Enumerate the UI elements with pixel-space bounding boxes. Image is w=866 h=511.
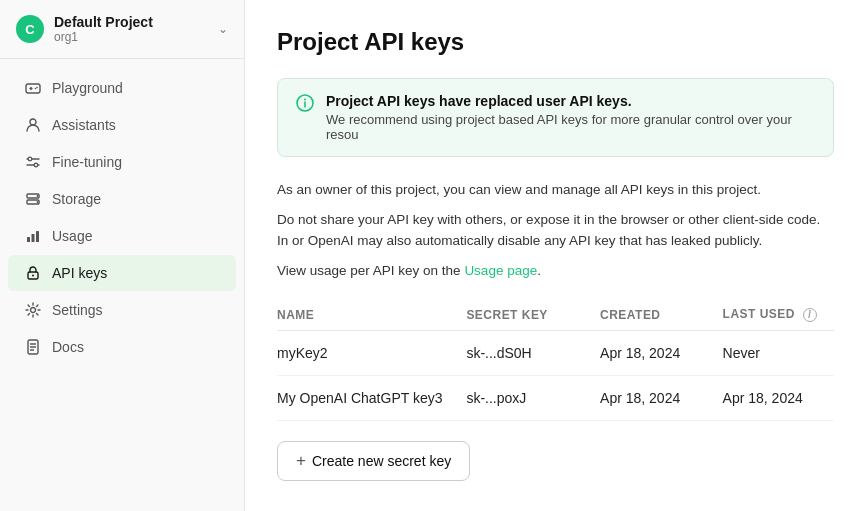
usage-page-link[interactable]: Usage page — [464, 263, 537, 278]
svg-rect-14 — [27, 237, 30, 242]
page-title: Project API keys — [277, 28, 834, 56]
create-secret-key-button[interactable]: + Create new secret key — [277, 441, 470, 481]
banner-title: Project API keys have replaced user API … — [326, 93, 815, 109]
sidebar-item-label: Storage — [52, 191, 101, 207]
sidebar-item-assistants[interactable]: Assistants — [8, 107, 236, 143]
sidebar-item-settings[interactable]: Settings — [8, 292, 236, 328]
sidebar: C Default Project org1 ⌄ Playground — [0, 0, 245, 511]
col-header-secret: SECRET KEY — [466, 299, 600, 330]
svg-point-26 — [304, 99, 306, 101]
key-created: Apr 18, 2024 — [600, 375, 723, 420]
doc-icon — [24, 338, 42, 356]
description-block: As an owner of this project, you can vie… — [277, 179, 834, 281]
sidebar-item-playground[interactable]: Playground — [8, 70, 236, 106]
create-button-label: Create new secret key — [312, 453, 451, 469]
col-header-name: NAME — [277, 299, 466, 330]
description-line-1: As an owner of this project, you can vie… — [277, 179, 834, 201]
avatar: C — [16, 15, 44, 43]
sidebar-item-label: Settings — [52, 302, 103, 318]
project-org: org1 — [54, 30, 153, 44]
sidebar-item-fine-tuning[interactable]: Fine-tuning — [8, 144, 236, 180]
main-content: Project API keys Project API keys have r… — [245, 0, 866, 511]
usage-suffix: . — [537, 263, 541, 278]
gear-icon — [24, 301, 42, 319]
banner-description: We recommend using project based API key… — [326, 112, 815, 142]
svg-rect-16 — [36, 231, 39, 242]
sidebar-item-label: Fine-tuning — [52, 154, 122, 170]
key-lastused: Apr 18, 2024 — [723, 375, 834, 420]
usage-page-line: View usage per API key on the Usage page… — [277, 260, 834, 282]
key-name: My OpenAI ChatGPT key3 — [277, 375, 466, 420]
sidebar-item-label: API keys — [52, 265, 107, 281]
svg-point-9 — [34, 163, 38, 167]
svg-point-3 — [35, 88, 37, 90]
svg-point-13 — [37, 201, 39, 203]
col-header-lastused: LAST USED i — [723, 299, 834, 330]
tune-icon — [24, 153, 42, 171]
info-banner: Project API keys have replaced user API … — [277, 78, 834, 157]
svg-point-12 — [37, 195, 39, 197]
plus-icon: + — [296, 451, 306, 471]
sidebar-nav: Playground Assistants Fine — [0, 59, 244, 511]
project-name: Default Project — [54, 14, 153, 30]
table-row: myKey2 sk-...dS0H Apr 18, 2024 Never — [277, 330, 834, 375]
key-name: myKey2 — [277, 330, 466, 375]
sidebar-item-label: Playground — [52, 80, 123, 96]
sidebar-item-storage[interactable]: Storage — [8, 181, 236, 217]
svg-point-18 — [32, 275, 34, 277]
sidebar-item-label: Docs — [52, 339, 84, 355]
person-icon — [24, 116, 42, 134]
description-line-2: Do not share your API key with others, o… — [277, 209, 834, 252]
storage-icon — [24, 190, 42, 208]
gamepad-icon — [24, 79, 42, 97]
sidebar-item-api-keys[interactable]: API keys — [8, 255, 236, 291]
svg-rect-0 — [26, 84, 40, 93]
sidebar-item-docs[interactable]: Docs — [8, 329, 236, 365]
svg-point-4 — [36, 87, 38, 89]
chevron-down-icon: ⌄ — [218, 22, 228, 36]
svg-point-8 — [28, 157, 32, 161]
key-secret: sk-...poxJ — [466, 375, 600, 420]
usage-prefix: View usage per API key on the — [277, 263, 464, 278]
last-used-info-icon[interactable]: i — [803, 308, 817, 322]
info-circle-icon — [296, 94, 314, 117]
sidebar-item-label: Assistants — [52, 117, 116, 133]
bar-chart-icon — [24, 227, 42, 245]
table-row: My OpenAI ChatGPT key3 sk-...poxJ Apr 18… — [277, 375, 834, 420]
sidebar-item-label: Usage — [52, 228, 92, 244]
key-created: Apr 18, 2024 — [600, 330, 723, 375]
svg-rect-15 — [32, 234, 35, 242]
project-selector[interactable]: C Default Project org1 ⌄ — [0, 0, 244, 59]
col-header-created: CREATED — [600, 299, 723, 330]
sidebar-item-usage[interactable]: Usage — [8, 218, 236, 254]
api-keys-table: NAME SECRET KEY CREATED LAST USED i myKe… — [277, 299, 834, 421]
key-lastused: Never — [723, 330, 834, 375]
svg-point-19 — [31, 308, 36, 313]
svg-point-5 — [30, 119, 36, 125]
lock-icon — [24, 264, 42, 282]
key-secret: sk-...dS0H — [466, 330, 600, 375]
